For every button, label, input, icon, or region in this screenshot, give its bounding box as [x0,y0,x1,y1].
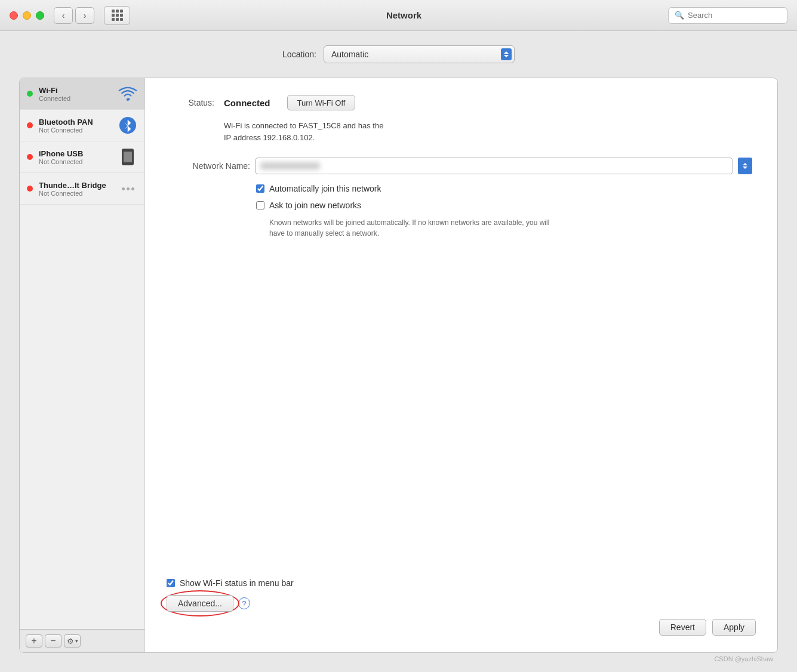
auto-join-checkbox[interactable] [256,184,264,193]
bluetooth-icon [118,116,137,135]
sidebar-item-status-thunderbolt: Not Connected [39,190,112,197]
apply-button[interactable]: Apply [712,619,756,636]
network-name-arrow-icon [738,158,752,174]
hint-text: Known networks will be joined automatica… [269,217,556,239]
bottom-area: Show Wi-Fi status in menu bar Advanced..… [167,578,756,636]
iphone-icon [118,147,137,167]
sidebar-item-info-iphone: iPhone USB Not Connected [39,149,112,165]
detail-panel: Status: Connected Turn Wi-Fi Off Wi-Fi i… [145,78,777,652]
sidebar-item-status-wifi: Connected [39,95,112,102]
gear-icon: ⚙ [67,637,74,646]
show-wifi-label[interactable]: Show Wi-Fi status in menu bar [180,578,294,588]
sidebar-item-bluetooth[interactable]: Bluetooth PAN Not Connected [20,110,144,141]
help-button[interactable]: ? [238,597,250,609]
app-grid-button[interactable] [104,6,130,25]
network-name-blurred [260,162,320,169]
ask-join-checkbox[interactable] [256,201,264,209]
maximize-button[interactable] [36,11,44,20]
thunderbolt-icon [118,179,137,198]
sidebar-item-name-wifi: Wi-Fi [39,86,112,95]
sidebar-item-name-bluetooth: Bluetooth PAN [39,118,112,127]
grid-icon [112,10,123,21]
location-row: Location: Automatic [19,45,778,63]
back-button[interactable]: ‹ [54,7,73,24]
status-value: Connected [224,98,270,108]
status-dot-thunderbolt [27,186,33,192]
sidebar-toolbar: + − ⚙ ▾ [20,629,144,652]
network-name-field[interactable] [255,158,733,174]
ask-join-label[interactable]: Ask to join new networks [269,201,361,210]
search-icon: 🔍 [675,11,684,20]
network-name-row: Network Name: [167,158,756,174]
network-name-label: Network Name: [167,161,250,171]
status-row: Status: Connected Turn Wi-Fi Off [167,95,756,110]
wifi-info-text: Wi-Fi is connected to FAST_15C8 and has … [224,120,756,143]
sidebar-item-info-bluetooth: Bluetooth PAN Not Connected [39,118,112,134]
action-buttons-row: Revert Apply [167,619,756,636]
nav-buttons: ‹ › [54,7,94,24]
auto-join-row: Automatically join this network [256,184,756,193]
show-wifi-row: Show Wi-Fi status in menu bar [167,578,756,588]
advanced-area: Advanced... ? [167,595,250,612]
add-network-button[interactable]: + [26,634,42,648]
traffic-lights [10,11,44,20]
titlebar: ‹ › Network 🔍 [0,0,797,31]
show-wifi-checkbox[interactable] [167,579,175,587]
sidebar-item-info-thunderbolt: Thunde…lt Bridge Not Connected [39,181,112,197]
auto-join-label[interactable]: Automatically join this network [269,184,381,193]
sidebar-item-wifi[interactable]: Wi-Fi Connected [20,78,144,110]
sidebar-item-thunderbolt[interactable]: Thunde…lt Bridge Not Connected [20,173,144,205]
remove-network-button[interactable]: − [45,634,61,648]
bottom-buttons-row: Advanced... ? [167,595,756,612]
ask-join-row: Ask to join new networks [256,201,756,210]
advanced-button[interactable]: Advanced... [167,595,233,612]
location-select[interactable]: Automatic [324,45,515,63]
turn-wifi-button[interactable]: Turn Wi-Fi Off [287,95,356,110]
status-dot-iphone [27,154,33,160]
svg-point-0 [127,98,129,101]
search-input[interactable] [688,11,781,20]
watermark: CSDN @yazhiShaw [19,653,778,662]
status-label: Status: [167,98,214,107]
location-label: Location: [282,50,316,59]
sidebar-item-name-iphone: iPhone USB [39,149,112,158]
network-settings-button[interactable]: ⚙ ▾ [64,634,81,648]
wifi-info-line1: Wi-Fi is connected to FAST_15C8 and has … [224,121,383,130]
sidebar-item-status-iphone: Not Connected [39,158,112,165]
sidebar-item-name-thunderbolt: Thunde…lt Bridge [39,181,112,190]
window-title: Network [140,10,668,20]
status-dot-bluetooth [27,122,33,128]
main-content: Location: Automatic Wi-Fi Connected [0,31,797,672]
status-dot-wifi [27,91,33,97]
sidebar-item-status-bluetooth: Not Connected [39,127,112,134]
search-bar[interactable]: 🔍 [668,7,787,24]
advanced-btn-wrapper: Advanced... [167,595,233,612]
close-button[interactable] [10,11,18,20]
panel-area: Wi-Fi Connected [19,78,778,653]
wifi-info-line2: IP address 192.168.0.102. [224,133,315,142]
location-select-wrapper: Automatic [324,45,515,63]
wifi-icon [118,84,137,103]
minimize-button[interactable] [23,11,31,20]
revert-button[interactable]: Revert [659,619,706,636]
chevron-down-icon: ▾ [75,638,78,644]
sidebar-item-iphone[interactable]: iPhone USB Not Connected [20,141,144,173]
sidebar-list: Wi-Fi Connected [20,78,144,629]
forward-button[interactable]: › [75,7,94,24]
sidebar-item-info-wifi: Wi-Fi Connected [39,86,112,102]
sidebar: Wi-Fi Connected [20,78,145,652]
